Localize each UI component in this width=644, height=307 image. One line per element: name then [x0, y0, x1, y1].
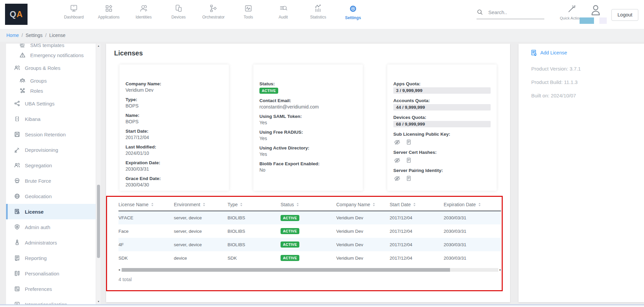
- breadcrumb-home-link[interactable]: Home: [6, 33, 19, 38]
- field-value: 2030/03/31: [126, 166, 223, 172]
- nav-tools[interactable]: Tools: [236, 4, 261, 20]
- table-row[interactable]: 4F server, device BIOLIBS ACTIVE Veridiu…: [118, 238, 501, 251]
- col-environment[interactable]: Environment: [174, 200, 228, 211]
- personalisation-icon: [14, 270, 20, 276]
- sidebar-item-groups-roles[interactable]: Groups & Roles: [6, 60, 96, 76]
- nav-orchestrator[interactable]: Orchestrator: [201, 4, 226, 20]
- col-company-name[interactable]: Company Name: [336, 200, 390, 211]
- field-value: Yes: [259, 120, 357, 125]
- field-value: BOPS: [126, 103, 223, 108]
- table-horizontal-scrollbar[interactable]: ◄ ►: [118, 268, 502, 272]
- field-label: Server Cert Hashes:: [393, 150, 491, 155]
- field-label: Biolib Face Export Enabled:: [259, 161, 357, 166]
- sidebar-item-brute-force[interactable]: Brute Force: [6, 173, 96, 188]
- nav-settings[interactable]: Settings: [341, 4, 365, 20]
- nav-devices[interactable]: Devices: [166, 4, 191, 20]
- sidebar-scrollbar-thumb[interactable]: [97, 185, 100, 258]
- sidebar-item-segregation[interactable]: Segregation: [6, 158, 96, 173]
- status-badge: ACTIVE: [281, 242, 299, 248]
- sidebar-item-groups[interactable]: Groups: [6, 76, 96, 86]
- sidebar-item-geolocation[interactable]: Geolocation: [6, 188, 96, 204]
- copy-icon[interactable]: [406, 139, 411, 145]
- nav-applications[interactable]: Applications: [96, 4, 121, 20]
- sort-icon: [478, 203, 481, 207]
- field-label: Apps Quota:: [393, 81, 491, 86]
- nav-audit[interactable]: Audit: [271, 4, 296, 20]
- col-status[interactable]: Status: [281, 200, 336, 211]
- app-logo[interactable]: QA: [5, 4, 28, 25]
- quota-bar: 44 / 9,999,999: [393, 104, 491, 111]
- field-value: Yes: [259, 136, 357, 141]
- sidebar-item-administrators[interactable]: Administrators: [6, 235, 96, 250]
- sort-icon: [296, 203, 299, 207]
- scroll-down-icon[interactable]: ▼: [96, 300, 101, 303]
- scrollbar-thumb[interactable]: [122, 268, 450, 272]
- user-avatar-icon[interactable]: [589, 3, 602, 17]
- sidebar-item-emergency-notifications[interactable]: Emergency notifications: [6, 50, 96, 60]
- sidebar-item-admin-auth[interactable]: Admin auth: [6, 219, 96, 235]
- uba-settings-icon: [14, 100, 20, 106]
- brute-force-icon: [14, 178, 20, 184]
- col-type[interactable]: Type: [228, 200, 281, 211]
- table-row[interactable]: VFACE server, device BIOLIBS ACTIVE Veri…: [118, 211, 501, 224]
- add-license-button[interactable]: Add License: [531, 49, 567, 56]
- eye-slash-icon[interactable]: [394, 157, 400, 164]
- scroll-left-icon[interactable]: ◄: [118, 268, 121, 271]
- nav-identities[interactable]: Identities: [131, 4, 156, 20]
- nav-dashboard[interactable]: Dashboard: [61, 4, 86, 20]
- administrators-icon: [14, 239, 20, 246]
- sidebar-item-session-retention[interactable]: Session Retention: [6, 127, 96, 142]
- sidebar-item-preferences[interactable]: Preferences: [6, 281, 96, 297]
- table-row[interactable]: Face server, device BIOLIBS ACTIVE Verid…: [118, 224, 501, 238]
- scroll-up-icon[interactable]: ▲: [96, 45, 101, 47]
- breadcrumb-settings[interactable]: Settings: [26, 33, 43, 38]
- scroll-right-icon[interactable]: ►: [498, 268, 502, 271]
- scrollbar-track[interactable]: [121, 268, 498, 272]
- copy-icon[interactable]: [406, 175, 411, 182]
- deprovisioning-icon: [14, 147, 20, 153]
- identities-icon: [139, 4, 148, 13]
- field-label: Using Active Directory:: [259, 145, 357, 150]
- sidebar-scrollbar[interactable]: ▲ ▼: [96, 44, 101, 305]
- field-label: Contact Email:: [259, 98, 357, 103]
- field-label: Devices Quota:: [393, 115, 491, 120]
- sidebar-item-license[interactable]: License: [6, 204, 96, 219]
- avatar-swatch-lavender: [599, 17, 607, 24]
- sidebar-item-uba-settings[interactable]: UBA Settings: [6, 96, 96, 111]
- logout-button[interactable]: Logout: [611, 9, 638, 21]
- col-license-name[interactable]: License Name: [118, 200, 174, 211]
- sidebar-item-deprovisioning[interactable]: Deprovisioning: [6, 142, 96, 158]
- license-icon: [14, 209, 20, 215]
- col-expiration-date[interactable]: Expiration Date: [444, 200, 501, 211]
- avatar-swatch-blue: [580, 17, 594, 24]
- licenses-table: License Name Environment Type Status Com…: [118, 200, 501, 265]
- search-icon: [477, 9, 484, 16]
- field-label: Type:: [126, 97, 223, 102]
- sidebar-item-internationalization[interactable]: Internationalization: [6, 297, 96, 305]
- copy-icon[interactable]: [406, 157, 411, 164]
- sidebar-item-sms-templates[interactable]: SMS templates: [6, 44, 96, 50]
- preferences-icon: [14, 286, 20, 292]
- search-input[interactable]: [488, 9, 539, 15]
- eye-slash-icon[interactable]: [394, 175, 400, 182]
- sidebar-item-kibana[interactable]: Kibana: [6, 111, 96, 127]
- field-label: Accounts Quota:: [393, 98, 491, 103]
- field-label: Last Modified:: [126, 144, 223, 149]
- sidebar-item-roles[interactable]: Roles: [6, 86, 96, 96]
- field-value: Yes: [259, 151, 357, 157]
- devices-icon: [174, 4, 183, 13]
- field-value: rconstantin@veridiumid.com: [259, 104, 357, 109]
- license-quota-card: Apps Quota:3 / 9,999,999 Accounts Quota:…: [387, 64, 497, 191]
- col-start-date[interactable]: Start Date: [390, 200, 444, 211]
- sidebar-item-reporting[interactable]: Reporting: [6, 250, 96, 266]
- breadcrumb-separator: /: [45, 33, 47, 38]
- table-row[interactable]: SDK device SDK ACTIVE Veridium Dev 2017/…: [118, 251, 501, 265]
- roles-icon: [19, 88, 26, 94]
- field-value: 2030/04/30: [126, 182, 223, 187]
- sidebar-item-personalisation[interactable]: Personalisation: [6, 266, 96, 281]
- field-value: 2017/12/04: [126, 135, 223, 140]
- eye-slash-icon[interactable]: [394, 139, 400, 145]
- quota-bar: 68 / 9,999,999: [393, 121, 491, 127]
- nav-statistics[interactable]: Statistics: [306, 4, 331, 20]
- top-bar: QA Dashboard Applications Identities Dev…: [0, 0, 644, 29]
